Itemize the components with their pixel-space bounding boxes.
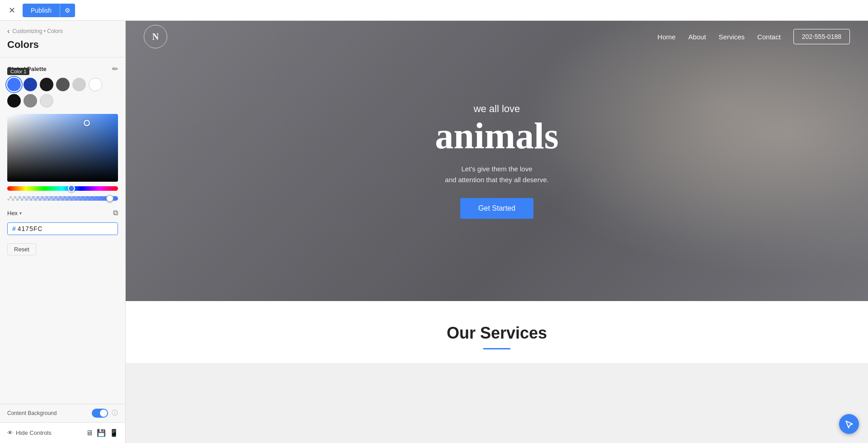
nav-link-contact[interactable]: Contact [757,33,781,41]
color-swatch-6[interactable] [89,78,102,91]
services-underline [483,348,510,349]
hide-controls-label: Hide Controls [16,429,52,436]
hero-cta-button[interactable]: Get Started [460,198,533,219]
left-panel: ‹ Customizing • Colors Colors Global Pal… [0,21,126,443]
alpha-slider-wrap [7,196,118,203]
alpha-slider[interactable] [7,196,118,201]
services-title: Our Services [144,324,850,343]
info-icon[interactable]: ⓘ [112,409,118,417]
nav-link-services[interactable]: Services [719,33,745,41]
back-arrow[interactable]: ‹ [7,27,9,35]
color-swatch-9[interactable] [40,94,53,108]
copy-button[interactable]: ⧉ [113,209,118,217]
mobile-view-button[interactable]: 📱 [109,429,118,437]
hero-description: Let's give them the love and attention t… [435,164,558,185]
gear-icon: ⚙ [65,7,71,14]
panel-footer: Content Background ⓘ [0,404,125,422]
breadcrumb: ‹ Customizing • Colors [7,27,118,35]
publish-button[interactable]: Publish [23,4,60,17]
top-bar: ✕ Publish ⚙ [0,0,868,21]
alpha-overlay [7,196,118,201]
back-arrow-icon: ‹ [7,27,9,35]
nav-link-about[interactable]: About [688,33,706,41]
pencil-icon: ✏ [112,65,118,73]
color-swatches: Color 1 [7,78,118,108]
color-swatch-4[interactable] [56,78,70,91]
reset-button[interactable]: Reset [7,243,36,255]
close-icon: ✕ [9,5,15,15]
hue-slider-wrap [7,186,118,193]
hex-row: Hex ▾ ⧉ [7,209,118,217]
hero-subtitle: we all love [435,103,558,115]
color-swatch-1[interactable] [7,78,21,91]
publish-group: Publish ⚙ [23,4,75,17]
save-button[interactable]: 💾 [97,429,106,437]
hex-label: Hex [7,210,18,217]
color-picker-gradient[interactable] [7,114,118,182]
hero-title: animals [435,118,558,155]
close-button[interactable]: ✕ [5,4,18,17]
logo-letter: N [152,32,159,42]
toggle-knob [100,410,107,417]
hex-format-button[interactable]: Hex ▾ [7,210,22,217]
hex-hash: # [12,225,16,232]
eye-icon: 👁 [7,429,13,436]
cursor-icon [839,414,859,434]
hex-input[interactable] [18,225,54,232]
hero-section: N Home About Services Contact 202-555-01… [126,21,868,301]
color-swatch-3[interactable] [40,78,53,91]
breadcrumb-text: Customizing • Colors [12,28,63,34]
desktop-view-button[interactable]: 🖥 [86,429,93,437]
hero-desc-line2: and attention that they all deserve. [445,176,548,184]
hero-desc-line1: Let's give them the love [461,165,532,173]
content-bg-label: Content Background [7,410,57,416]
gradient-background [7,114,118,182]
hue-slider[interactable] [7,186,118,191]
edit-palette-button[interactable]: ✏ [112,65,118,73]
nav-link-home[interactable]: Home [657,33,675,41]
nav-links: Home About Services Contact 202-555-0188 [657,29,850,44]
copy-icon: ⧉ [113,209,118,217]
content-bg-row: Content Background ⓘ [7,409,118,418]
color-swatch-5[interactable] [72,78,86,91]
publish-settings-button[interactable]: ⚙ [60,4,75,17]
phone-button[interactable]: 202-555-0188 [793,29,850,44]
preview-area: N Home About Services Contact 202-555-01… [126,21,868,443]
website-preview: N Home About Services Contact 202-555-01… [126,21,868,443]
content-bg-toggle[interactable] [92,409,108,418]
panel-header: ‹ Customizing • Colors Colors [0,21,125,57]
hex-input-wrap: # [7,222,118,235]
alpha-thumb [106,195,113,202]
hue-thumb [68,185,75,192]
services-section: Our Services [126,301,868,363]
main-layout: ‹ Customizing • Colors Colors Global Pal… [0,21,868,443]
hide-controls-button[interactable]: 👁 Hide Controls [7,429,52,436]
bottom-bar: 👁 Hide Controls 🖥 💾 📱 [0,422,126,443]
swatch-tooltip: Color 1 [7,68,29,75]
preview-nav: N Home About Services Contact 202-555-01… [126,21,868,52]
color-swatch-8[interactable] [24,94,37,108]
panel-title: Colors [7,37,118,57]
color-swatch-2[interactable] [24,78,37,91]
hero-content: we all love animals Let's give them the … [435,103,558,219]
chevron-down-icon: ▾ [19,211,22,216]
color-swatch-7[interactable] [7,94,21,108]
swatch-wrapper-1: Color 1 [7,78,21,91]
bottom-icons: 🖥 💾 📱 [86,429,118,437]
panel-body: Global Palette ✏ Color 1 [0,57,125,404]
site-logo: N [144,25,167,48]
